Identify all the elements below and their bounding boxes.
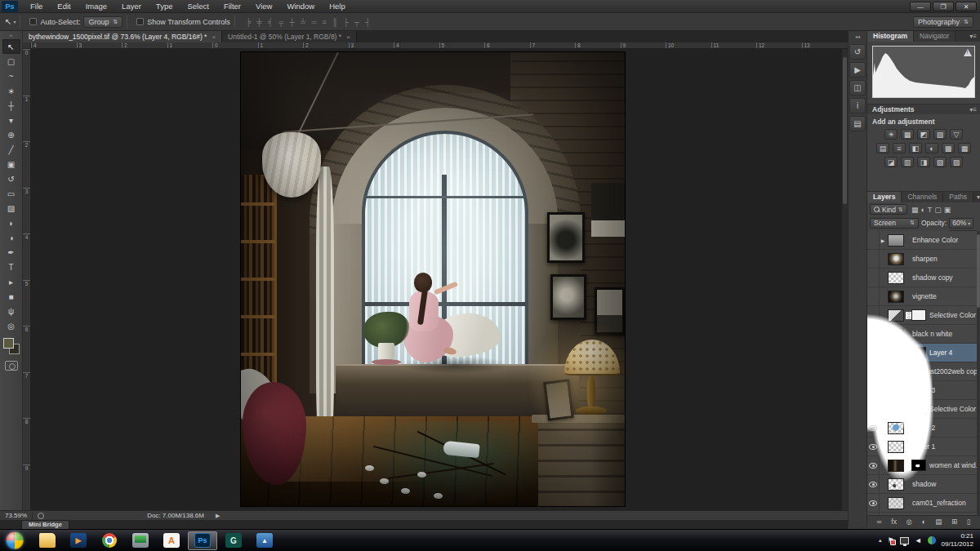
quick-mask-icon[interactable] bbox=[5, 361, 18, 371]
layer-filter-icon[interactable]: T bbox=[928, 206, 933, 214]
close-tab-icon[interactable]: × bbox=[212, 33, 216, 41]
align-icon[interactable]: ┬ bbox=[354, 18, 359, 26]
layer-filter-icon[interactable]: ▦ bbox=[911, 206, 919, 214]
layer-filter-icon[interactable]: ▣ bbox=[944, 206, 951, 214]
tool-button[interactable]: ◗ bbox=[2, 216, 20, 230]
taskbar-app-icon[interactable] bbox=[126, 531, 155, 550]
layers-action-icon[interactable]: ⊞ bbox=[951, 518, 957, 526]
tab-paths[interactable]: Paths bbox=[943, 192, 973, 202]
adjustment-icon[interactable]: ◨ bbox=[917, 157, 930, 167]
panel-menu-icon[interactable]: ▾≡ bbox=[966, 31, 980, 42]
menu-item[interactable]: Layer bbox=[114, 2, 149, 11]
opacity-field[interactable]: 60% ▾ bbox=[949, 218, 973, 229]
show-transform-checkbox[interactable] bbox=[136, 18, 144, 25]
tray-icon[interactable]: ◄ bbox=[915, 536, 922, 544]
menu-item[interactable]: Edit bbox=[50, 2, 78, 11]
menu-item[interactable]: File bbox=[23, 2, 50, 11]
dock-panel-icon[interactable]: ◫ bbox=[849, 80, 866, 96]
tool-button[interactable]: ◎ bbox=[2, 318, 20, 333]
tray-icon[interactable]: ⚑ bbox=[888, 536, 894, 544]
tool-button[interactable]: ∗ bbox=[2, 83, 20, 98]
tool-button[interactable]: ▢ bbox=[2, 54, 20, 69]
dock-collapse-icon[interactable]: ◂◂ bbox=[849, 31, 866, 42]
panel-menu-icon[interactable]: ▾≡ bbox=[966, 104, 980, 114]
color-swatches[interactable] bbox=[3, 338, 20, 354]
adjustment-icon[interactable]: ◧ bbox=[909, 143, 922, 153]
start-button[interactable] bbox=[6, 531, 24, 549]
layers-action-icon[interactable]: fx bbox=[891, 518, 897, 526]
tray-icon[interactable] bbox=[900, 537, 909, 544]
adjustment-icon[interactable]: ◩ bbox=[917, 129, 930, 140]
layer-row[interactable]: women at wind... bbox=[867, 456, 977, 475]
align-icon[interactable]: ┤ bbox=[365, 18, 370, 26]
adjustment-icon[interactable]: ▧ bbox=[933, 129, 947, 140]
taskbar-app-icon[interactable]: ▲ bbox=[250, 531, 279, 550]
tool-button[interactable]: ↺ bbox=[2, 171, 20, 186]
layer-thumbnail[interactable] bbox=[888, 478, 904, 491]
adjustment-icon[interactable]: ▧ bbox=[933, 157, 947, 167]
tray-icon[interactable]: ▴ bbox=[879, 537, 882, 544]
document-tab[interactable]: bythewindow_1500pixel.tif @ 73.6% (Layer… bbox=[23, 31, 222, 42]
window-button[interactable]: ❐ bbox=[933, 2, 954, 11]
tray-icon[interactable] bbox=[928, 536, 936, 544]
tool-button[interactable]: ▣ bbox=[2, 157, 20, 171]
tool-button[interactable]: ▸ bbox=[2, 274, 20, 289]
tab-layers[interactable]: Layers bbox=[867, 192, 902, 202]
adjustment-icon[interactable]: ▨ bbox=[950, 157, 963, 167]
auto-select-checkbox[interactable] bbox=[29, 18, 37, 25]
menu-item[interactable]: Filter bbox=[216, 2, 248, 11]
adjustment-icon[interactable]: ☀ bbox=[884, 129, 898, 140]
taskbar-app-icon[interactable]: Ps bbox=[188, 531, 217, 550]
tab-navigator[interactable]: Navigator bbox=[914, 31, 956, 42]
layers-action-icon[interactable]: ◎ bbox=[906, 518, 912, 526]
align-icon[interactable]: ║ bbox=[332, 18, 337, 26]
layer-filter-icon[interactable]: ◐ bbox=[920, 206, 924, 214]
tool-button[interactable]: ⊕ bbox=[2, 127, 20, 142]
menu-item[interactable]: Help bbox=[322, 2, 353, 11]
tool-button[interactable]: ✒ bbox=[2, 245, 20, 260]
kind-filter-dropdown[interactable]: Kind ⇅ bbox=[870, 204, 907, 215]
taskbar-app-icon[interactable] bbox=[95, 531, 124, 550]
foreground-color-swatch[interactable] bbox=[3, 338, 14, 349]
adjustment-icon[interactable]: ≡ bbox=[893, 143, 906, 153]
tool-preset-arrow-icon[interactable]: ▾ bbox=[13, 19, 16, 24]
layers-scrollbar[interactable] bbox=[977, 231, 980, 515]
align-icon[interactable]: ╞ bbox=[246, 18, 251, 26]
layers-action-icon[interactable]: ▤ bbox=[935, 518, 942, 526]
align-icon[interactable]: ╪ bbox=[256, 18, 261, 26]
align-icon[interactable]: ╤ bbox=[278, 18, 283, 26]
layers-action-icon[interactable]: ▯ bbox=[967, 518, 971, 526]
align-icon[interactable]: ├ bbox=[343, 18, 348, 26]
taskbar-app-icon[interactable]: G bbox=[219, 531, 248, 550]
align-icon[interactable]: ═ bbox=[311, 18, 316, 26]
taskbar-app-icon[interactable]: ▶ bbox=[64, 531, 93, 550]
tool-button[interactable]: ψ bbox=[2, 304, 20, 318]
tab-histogram[interactable]: Histogram bbox=[867, 31, 914, 42]
tool-button[interactable]: ~ bbox=[2, 69, 20, 83]
menu-item[interactable]: Select bbox=[180, 2, 216, 11]
tool-button[interactable]: ▨ bbox=[2, 201, 20, 216]
auto-select-dropdown[interactable]: Group ⇅ bbox=[83, 16, 122, 28]
layer-filter-icon[interactable]: ▢ bbox=[934, 206, 942, 214]
adjustment-icon[interactable]: ▦ bbox=[958, 143, 971, 153]
panel-menu-icon[interactable]: ▾≡ bbox=[973, 192, 980, 202]
taskbar-clock[interactable]: 0:21 09/11/2012 bbox=[942, 532, 973, 549]
adjustment-icon[interactable]: ▥ bbox=[901, 157, 914, 167]
mini-bridge-tab[interactable]: Mini Bridge bbox=[21, 520, 69, 529]
document-tab[interactable]: Untitled-1 @ 50% (Layer 1, RGB/8) * × bbox=[222, 31, 357, 42]
menu-item[interactable]: Window bbox=[279, 2, 322, 11]
histogram-warning-icon[interactable] bbox=[964, 49, 972, 56]
status-menu-arrow-icon[interactable]: ▶ bbox=[216, 513, 220, 519]
window-button[interactable]: ✕ bbox=[956, 2, 977, 11]
layers-action-icon[interactable]: ∞ bbox=[877, 518, 882, 526]
canvas-scrollbar[interactable] bbox=[841, 49, 848, 510]
align-icon[interactable]: ╧ bbox=[301, 18, 305, 26]
taskbar-app-icon[interactable] bbox=[33, 531, 62, 550]
tool-button[interactable]: ◑ bbox=[2, 230, 20, 245]
tool-button[interactable]: ▾ bbox=[2, 113, 20, 127]
toolbar-collapse-icon[interactable]: » bbox=[0, 31, 22, 39]
dock-panel-icon[interactable]: ▶ bbox=[849, 62, 866, 78]
tool-button[interactable]: T bbox=[2, 260, 20, 274]
align-icon[interactable]: ≡ bbox=[323, 18, 327, 26]
tab-channels[interactable]: Channels bbox=[902, 192, 943, 202]
